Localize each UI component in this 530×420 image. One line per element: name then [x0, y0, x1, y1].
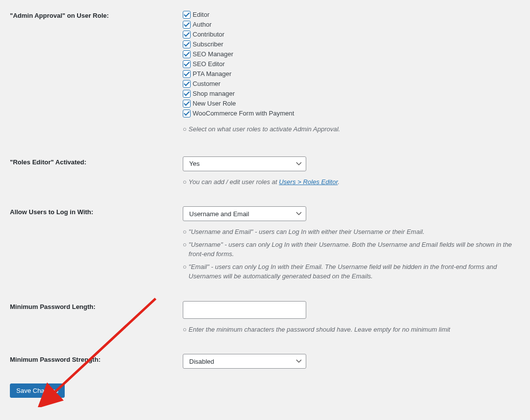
save-changes-button[interactable]: Save Changes: [10, 383, 65, 398]
role-checkbox-editor: Editor: [183, 10, 520, 20]
roles-editor-label: "Roles Editor" Activated:: [10, 156, 183, 166]
role-checkbox-seo-manager: SEO Manager: [183, 49, 520, 59]
bullet-icon: ○: [183, 262, 187, 281]
role-checkbox-seo-manager-label[interactable]: SEO Manager: [193, 49, 233, 59]
role-checkbox-editor-input[interactable]: [183, 11, 191, 19]
bullet-icon: ○: [183, 227, 187, 237]
min-password-length-description: ○ Enter the minimum characters the passw…: [183, 325, 520, 335]
bullet-icon: ○: [183, 240, 187, 259]
role-checkbox-pta-manager-label[interactable]: PTA Manager: [193, 69, 232, 79]
min-password-length-label: Minimum Password Length:: [10, 301, 183, 310]
min-password-length-row: Minimum Password Length: ○ Enter the min…: [10, 301, 520, 335]
role-checkbox-editor-label[interactable]: Editor: [193, 10, 209, 20]
role-checkbox-woocommerce-label[interactable]: WooCommerce Form with Payment: [193, 109, 294, 118]
role-checkbox-subscriber: Subscriber: [183, 39, 520, 49]
role-checkbox-customer-input[interactable]: [183, 80, 191, 88]
roles-editor-select[interactable]: Yes: [183, 156, 306, 171]
admin-approval-description: ○ Select on what user roles to activate …: [183, 124, 520, 134]
admin-approval-row: "Admin Approval" on User Role: Editor Au…: [10, 10, 520, 134]
role-checkbox-contributor-label[interactable]: Contributor: [193, 30, 224, 39]
role-checkbox-shop-manager-label[interactable]: Shop manager: [193, 89, 235, 99]
bullet-icon: ○: [183, 325, 187, 335]
role-checkbox-shop-manager-input[interactable]: [183, 90, 191, 98]
min-password-length-control: ○ Enter the minimum characters the passw…: [183, 301, 520, 335]
bullet-icon: ○: [183, 177, 187, 187]
role-checkbox-woocommerce-input[interactable]: [183, 110, 191, 117]
role-checkbox-new-user-role-label[interactable]: New User Role: [193, 99, 236, 109]
role-checkbox-author-input[interactable]: [183, 21, 191, 29]
role-checkbox-seo-editor-label[interactable]: SEO Editor: [193, 59, 225, 69]
login-with-description: ○ "Username and Email" - users can Log I…: [183, 227, 520, 281]
login-with-select[interactable]: Username and Email: [183, 206, 306, 221]
min-password-strength-row: Minimum Password Strength: Disabled: [10, 354, 520, 369]
role-checkbox-author-label[interactable]: Author: [193, 20, 211, 30]
role-checkbox-seo-editor-input[interactable]: [183, 60, 191, 68]
role-checkbox-customer-label[interactable]: Customer: [193, 79, 220, 89]
role-checkbox-seo-manager-input[interactable]: [183, 50, 191, 58]
login-with-row: Allow Users to Log in With: Username and…: [10, 206, 520, 281]
bullet-icon: ○: [183, 124, 187, 134]
role-checkbox-pta-manager-input[interactable]: [183, 70, 191, 78]
role-checkbox-customer: Customer: [183, 79, 520, 89]
role-checkbox-contributor: Contributor: [183, 30, 520, 39]
roles-editor-description: ○ You can add / edit user roles at Users…: [183, 177, 520, 187]
min-password-length-input[interactable]: [183, 301, 306, 319]
min-password-strength-label: Minimum Password Strength:: [10, 354, 183, 363]
role-checkbox-author: Author: [183, 20, 520, 30]
role-checkbox-new-user-role: New User Role: [183, 99, 520, 109]
roles-editor-row: "Roles Editor" Activated: Yes ○ You can …: [10, 156, 520, 187]
roles-editor-link[interactable]: Users > Roles Editor: [279, 178, 338, 186]
login-with-control: Username and Email ○ "Username and Email…: [183, 206, 520, 281]
role-checkbox-shop-manager: Shop manager: [183, 89, 520, 99]
login-with-label: Allow Users to Log in With:: [10, 206, 183, 216]
role-checkbox-subscriber-input[interactable]: [183, 40, 191, 48]
role-checkbox-seo-editor: SEO Editor: [183, 59, 520, 69]
admin-approval-control: Editor Author Contributor Subscriber SEO…: [183, 10, 520, 134]
roles-editor-control: Yes ○ You can add / edit user roles at U…: [183, 156, 520, 187]
admin-approval-checkbox-list: Editor Author Contributor Subscriber SEO…: [183, 10, 520, 118]
role-checkbox-subscriber-label[interactable]: Subscriber: [193, 39, 223, 49]
role-checkbox-pta-manager: PTA Manager: [183, 69, 520, 79]
role-checkbox-new-user-role-input[interactable]: [183, 100, 191, 108]
role-checkbox-contributor-input[interactable]: [183, 31, 191, 38]
min-password-strength-control: Disabled: [183, 354, 520, 369]
admin-approval-label: "Admin Approval" on User Role:: [10, 10, 183, 19]
min-password-strength-select[interactable]: Disabled: [183, 354, 306, 369]
role-checkbox-woocommerce: WooCommerce Form with Payment: [183, 109, 520, 118]
